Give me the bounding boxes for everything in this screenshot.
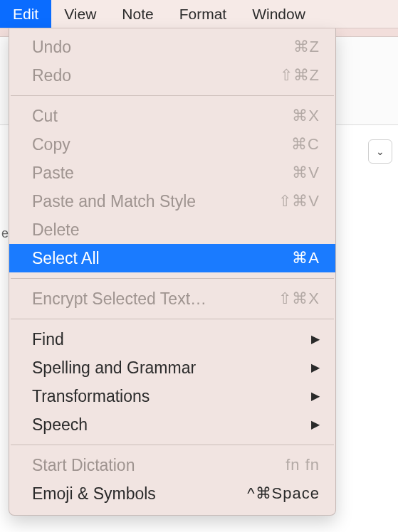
clipped-sidebar-fragment: e bbox=[0, 223, 9, 243]
menu-item-label: Spelling and Grammar bbox=[32, 356, 303, 379]
menu-item-label: Delete bbox=[32, 218, 320, 241]
menubar-item-label: View bbox=[64, 6, 96, 23]
menu-item-emoji-symbols[interactable]: Emoji & Symbols^⌘Space bbox=[9, 479, 335, 508]
menu-item-delete: Delete bbox=[9, 216, 335, 244]
submenu-arrow-icon: ▶ bbox=[311, 356, 320, 379]
menu-separator bbox=[11, 278, 334, 279]
chevron-down-icon: ⌄ bbox=[376, 146, 384, 157]
menubar-item-edit[interactable]: Edit bbox=[0, 0, 51, 28]
menu-item-shortcut: ⌘V bbox=[292, 161, 320, 184]
menubar-item-label: Edit bbox=[13, 6, 38, 23]
menu-item-label: Undo bbox=[32, 36, 293, 58]
menubar-item-label: Note bbox=[122, 6, 153, 23]
menu-item-find[interactable]: Find▶ bbox=[9, 325, 335, 353]
menu-item-shortcut: ⇧⌘V bbox=[278, 190, 320, 213]
menubar-item-format[interactable]: Format bbox=[167, 0, 240, 28]
menu-item-label: Transformations bbox=[32, 385, 303, 408]
menu-item-cut: Cut⌘X bbox=[9, 102, 335, 130]
submenu-arrow-icon: ▶ bbox=[311, 328, 320, 351]
menu-item-label: Redo bbox=[32, 64, 280, 87]
menubar-item-label: Window bbox=[252, 6, 305, 23]
menu-item-label: Start Dictation bbox=[32, 454, 286, 477]
menubar-item-window[interactable]: Window bbox=[239, 0, 318, 28]
menu-item-label: Speech bbox=[32, 413, 303, 436]
menu-item-shortcut: ⌘X bbox=[292, 105, 320, 127]
menu-item-shortcut: ⌘A bbox=[292, 247, 320, 270]
menu-item-shortcut: ^⌘Space bbox=[247, 482, 320, 505]
menu-item-paste-and-match-style: Paste and Match Style⇧⌘V bbox=[9, 187, 335, 216]
menubar-item-label: Format bbox=[179, 6, 227, 23]
menu-item-spelling-and-grammar[interactable]: Spelling and Grammar▶ bbox=[9, 353, 335, 382]
menu-item-shortcut: ⇧⌘X bbox=[278, 287, 320, 310]
menu-item-encrypt-selected-text: Encrypt Selected Text…⇧⌘X bbox=[9, 284, 335, 313]
edit-menu-dropdown: Undo⌘ZRedo⇧⌘ZCut⌘XCopy⌘CPaste⌘VPaste and… bbox=[9, 28, 336, 516]
menu-item-start-dictation: Start Dictationfn fn bbox=[9, 451, 335, 479]
menu-separator bbox=[11, 319, 334, 319]
menu-item-label: Paste and Match Style bbox=[32, 190, 278, 213]
menu-item-redo: Redo⇧⌘Z bbox=[9, 61, 335, 90]
menu-separator bbox=[11, 445, 334, 445]
menu-item-shortcut: ⌘C bbox=[291, 133, 320, 156]
menubar: EditViewNoteFormatWindow bbox=[0, 0, 398, 28]
menu-item-label: Select All bbox=[32, 247, 292, 270]
menu-item-label: Find bbox=[32, 328, 303, 351]
menu-item-copy: Copy⌘C bbox=[9, 130, 335, 159]
menu-item-label: Encrypt Selected Text… bbox=[32, 287, 278, 310]
menu-item-select-all[interactable]: Select All⌘A bbox=[9, 244, 335, 272]
menu-item-paste: Paste⌘V bbox=[9, 159, 335, 187]
menu-item-speech[interactable]: Speech▶ bbox=[9, 410, 335, 439]
dropdown-toggle[interactable]: ⌄ bbox=[368, 139, 392, 164]
menu-item-label: Cut bbox=[32, 105, 292, 127]
menu-item-shortcut: ⇧⌘Z bbox=[280, 64, 320, 87]
menubar-item-view[interactable]: View bbox=[51, 0, 109, 28]
menu-item-transformations[interactable]: Transformations▶ bbox=[9, 382, 335, 410]
menubar-item-note[interactable]: Note bbox=[109, 0, 166, 28]
menu-item-label: Copy bbox=[32, 133, 291, 156]
menu-item-shortcut: fn fn bbox=[286, 454, 320, 477]
menu-item-label: Emoji & Symbols bbox=[32, 482, 247, 505]
menu-item-undo: Undo⌘Z bbox=[9, 33, 335, 61]
menu-separator bbox=[11, 95, 334, 96]
submenu-arrow-icon: ▶ bbox=[311, 385, 320, 408]
menu-item-label: Paste bbox=[32, 161, 292, 184]
menu-item-shortcut: ⌘Z bbox=[293, 36, 320, 58]
submenu-arrow-icon: ▶ bbox=[311, 413, 320, 436]
